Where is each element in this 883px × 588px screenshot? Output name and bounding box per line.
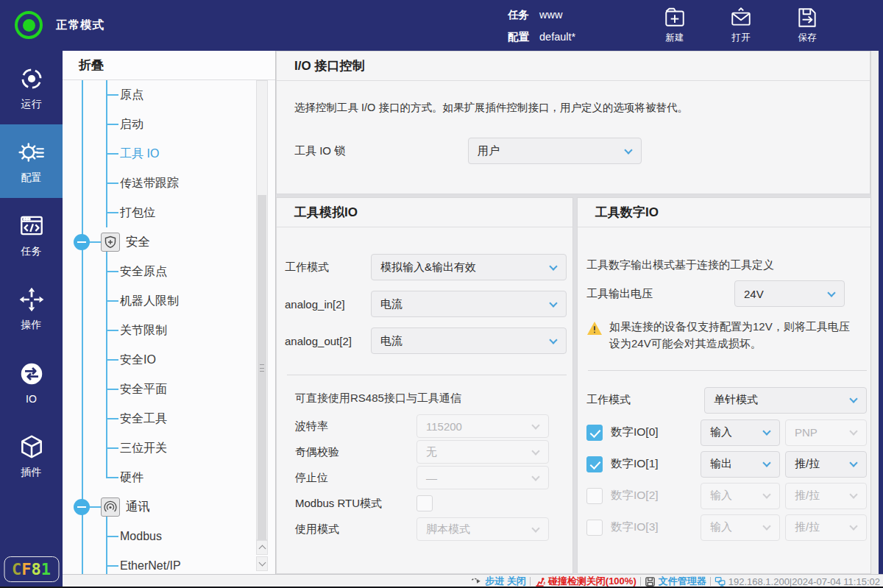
modbus-rtu-checkbox	[416, 495, 433, 511]
tree-row: 启动	[63, 110, 256, 139]
analog-work-mode-select[interactable]: 模拟输入&输出有效	[371, 254, 567, 280]
tree-item[interactable]: 机器人限制	[120, 286, 179, 316]
status-badge: CF81	[4, 556, 59, 582]
tree-item[interactable]: 硬件	[120, 463, 143, 492]
io-interface-section: I/O 接口控制 选择控制工具 I/O 接口的方式。如果扩展插件控制接口，用户定…	[276, 51, 870, 194]
sidebar-item-run[interactable]: 运行	[0, 51, 63, 124]
tree-connector-line	[106, 359, 118, 361]
open-button[interactable]: 打开	[720, 6, 762, 44]
digital-io-mode-select[interactable]: 推/拉	[785, 451, 867, 478]
sidebar-item-plugin[interactable]: 插件	[0, 419, 63, 492]
tree-item[interactable]: 启动	[120, 110, 143, 139]
sidebar-item-io[interactable]: IO	[0, 345, 63, 419]
tree-row: Modbus	[63, 522, 256, 551]
tree-item[interactable]: 安全	[126, 227, 150, 257]
modbus-rtu-label: Modbus RTU模式	[295, 497, 416, 511]
new-button[interactable]: 新建	[653, 6, 696, 44]
tree-connector-line	[106, 565, 118, 567]
tree-item[interactable]: EtherNet/IP	[120, 551, 181, 574]
tree-item[interactable]: 通讯	[126, 492, 150, 522]
sidebar-item-task[interactable]: 任务	[0, 198, 63, 272]
digital-io-label: 数字IO[1]	[611, 456, 701, 472]
tree-item[interactable]: 三位开关	[120, 433, 167, 463]
collapse-minus-icon[interactable]	[74, 234, 90, 250]
tree-connector-line	[106, 447, 118, 449]
tree-item[interactable]: 传送带跟踪	[120, 169, 179, 198]
digital-io-checkbox[interactable]	[586, 425, 603, 441]
baud-rate-select: 115200	[416, 414, 549, 438]
tree-connector-line	[106, 183, 118, 184]
chevron-down-icon	[549, 262, 557, 270]
sidebar-item-operate[interactable]: 操作	[0, 272, 63, 345]
tree-scrollbar[interactable]	[256, 80, 268, 540]
sidebar-item-label: 任务	[21, 245, 42, 258]
tool-output-voltage-select[interactable]: 24V	[734, 280, 845, 307]
top-bar: 正常模式 任务 www 配置 default* 新建	[0, 0, 883, 51]
settings-icon	[18, 138, 46, 166]
section-title: I/O 接口控制	[277, 52, 870, 81]
tree-row: 原点	[63, 80, 256, 110]
window-right-edge	[879, 51, 883, 574]
sidebar-item-settings[interactable]: 配置	[0, 124, 63, 198]
digital-io-direction-select: 输入	[701, 483, 780, 509]
tree-connector-line	[90, 506, 101, 508]
save-button[interactable]: 保存	[786, 6, 829, 44]
tree-row: 关节限制	[63, 316, 256, 345]
analog-in-select[interactable]: 电流	[371, 291, 567, 317]
file-manager-icon	[645, 576, 656, 587]
tree-item[interactable]: 安全平面	[120, 375, 167, 404]
digital-io-checkbox[interactable]	[586, 456, 603, 472]
chevron-down-icon	[849, 458, 857, 467]
tree-connector-line	[106, 418, 118, 419]
network-status: 192.168.1.200|2024-07-04 11:15:02	[714, 576, 880, 587]
chevron-down-icon	[762, 458, 770, 467]
collapse-minus-icon[interactable]	[74, 499, 90, 515]
analog-out-select[interactable]: 电流	[371, 327, 567, 354]
digital-work-mode-label: 工作模式	[586, 393, 704, 407]
tree-connector-line	[90, 241, 101, 243]
tree-connector-line	[106, 94, 118, 96]
collision-icon	[534, 576, 545, 587]
tree-row: 工具 IO	[63, 139, 256, 169]
config-row: 配置 default*	[508, 26, 575, 48]
chevron-down-icon	[849, 522, 857, 530]
digital-io-direction-select[interactable]: 输入	[701, 419, 780, 446]
digital-io-direction-select[interactable]: 输出	[701, 451, 780, 478]
tree-row: 硬件	[63, 463, 256, 492]
divider	[530, 577, 531, 586]
new-file-icon	[663, 6, 687, 29]
tree-item[interactable]: 安全工具	[120, 404, 167, 433]
tree-scroll-up-button[interactable]	[256, 540, 268, 555]
tree-item[interactable]: 安全IO	[120, 345, 156, 375]
main-scroll-gutter[interactable]	[870, 51, 879, 574]
tool-io-lock-label: 工具 IO 锁	[294, 144, 468, 158]
digital-work-mode-select[interactable]: 单针模式	[704, 387, 867, 414]
tool-output-voltage-label: 工具输出电压	[586, 287, 734, 301]
tree-connector-line	[106, 124, 118, 125]
step-icon	[471, 576, 482, 587]
digital-io-checkbox[interactable]	[586, 488, 603, 504]
tree-item[interactable]: Modbus	[120, 522, 162, 551]
tree-item[interactable]: 安全原点	[120, 257, 167, 286]
divider	[710, 577, 711, 586]
tree-item[interactable]: 打包位	[120, 198, 155, 227]
sidebar-item-label: IO	[26, 393, 37, 405]
tool-io-lock-select[interactable]: 用户	[468, 138, 642, 164]
chevron-down-icon	[624, 146, 632, 154]
tree-row: 安全平面	[63, 375, 256, 404]
tree-row: 安全工具	[63, 404, 256, 433]
tree-item[interactable]: 工具 IO	[120, 139, 159, 169]
tree-row: 传送带跟踪	[63, 169, 256, 198]
tree-scrollbar-thumb[interactable]	[258, 195, 266, 541]
tree-row: 安全原点	[63, 257, 256, 286]
config-label: 配置	[508, 30, 529, 44]
tree-scroll-down-button[interactable]	[256, 556, 268, 571]
chevron-down-icon	[531, 472, 539, 481]
tree-item[interactable]: 关节限制	[120, 316, 167, 345]
antenna-icon	[101, 497, 120, 517]
digital-io-checkbox[interactable]	[586, 520, 603, 536]
collapse-header[interactable]: 折叠	[63, 51, 275, 80]
chevron-down-icon	[849, 490, 857, 498]
tree-item[interactable]: 原点	[120, 80, 143, 110]
chevron-down-icon	[827, 288, 835, 297]
